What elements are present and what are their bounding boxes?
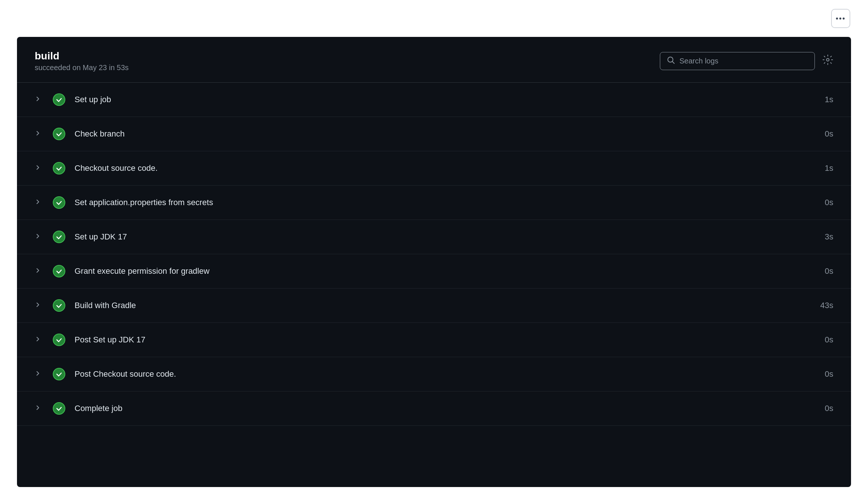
job-name: Post Set up JDK 17 xyxy=(75,335,145,345)
panel-header: build succeeded on May 23 in 53s xyxy=(17,37,851,83)
job-left: Post Set up JDK 17 xyxy=(35,333,145,346)
job-duration: 0s xyxy=(825,335,833,345)
more-button-label: ••• xyxy=(836,14,845,23)
top-bar: ••• xyxy=(0,0,868,37)
success-icon xyxy=(52,162,66,175)
job-duration: 43s xyxy=(820,301,833,310)
job-list: Set up job 1s Check branch xyxy=(17,83,851,426)
job-duration: 0s xyxy=(825,404,833,413)
success-circle xyxy=(53,265,65,277)
success-circle xyxy=(53,93,65,106)
job-row[interactable]: Post Checkout source code. 0s xyxy=(17,357,851,391)
job-row[interactable]: Complete job 0s xyxy=(17,391,851,426)
success-icon xyxy=(52,367,66,381)
build-info: build succeeded on May 23 in 53s xyxy=(35,50,129,72)
job-name: Grant execute permission for gradlew xyxy=(75,266,210,276)
chevron-icon xyxy=(35,96,44,104)
success-icon xyxy=(52,196,66,209)
chevron-icon xyxy=(35,130,44,138)
chevron-icon xyxy=(35,336,44,344)
svg-line-1 xyxy=(672,62,675,64)
header-actions xyxy=(660,52,833,70)
job-duration: 1s xyxy=(825,95,833,104)
job-duration: 0s xyxy=(825,266,833,276)
job-left: Check branch xyxy=(35,127,125,141)
job-row[interactable]: Set up job 1s xyxy=(17,83,851,117)
success-icon xyxy=(52,299,66,312)
success-circle xyxy=(53,402,65,415)
success-icon xyxy=(52,265,66,278)
job-row[interactable]: Check branch 0s xyxy=(17,117,851,151)
job-name: Build with Gradle xyxy=(75,301,136,310)
job-duration: 0s xyxy=(825,198,833,207)
job-duration: 0s xyxy=(825,369,833,379)
job-left: Set application.properties from secrets xyxy=(35,196,213,209)
job-left: Set up JDK 17 xyxy=(35,230,127,244)
chevron-icon xyxy=(35,370,44,379)
job-duration: 1s xyxy=(825,163,833,173)
search-box[interactable] xyxy=(660,52,815,70)
settings-icon[interactable] xyxy=(822,54,833,68)
job-name: Check branch xyxy=(75,129,125,139)
job-name: Set up JDK 17 xyxy=(75,232,127,242)
success-icon xyxy=(52,230,66,244)
chevron-icon xyxy=(35,301,44,310)
success-icon xyxy=(52,333,66,346)
job-row[interactable]: Post Set up JDK 17 0s xyxy=(17,323,851,357)
success-circle xyxy=(53,128,65,140)
job-name: Complete job xyxy=(75,404,123,413)
chevron-icon xyxy=(35,404,44,413)
job-row[interactable]: Build with Gradle 43s xyxy=(17,289,851,323)
job-row[interactable]: Grant execute permission for gradlew 0s xyxy=(17,254,851,289)
chevron-icon xyxy=(35,233,44,241)
job-left: Grant execute permission for gradlew xyxy=(35,265,210,278)
chevron-icon xyxy=(35,267,44,276)
job-left: Set up job xyxy=(35,93,111,106)
success-circle xyxy=(53,299,65,312)
build-title: build xyxy=(35,50,129,62)
chevron-icon xyxy=(35,164,44,173)
success-icon xyxy=(52,93,66,106)
job-name: Post Checkout source code. xyxy=(75,369,176,379)
job-name: Checkout source code. xyxy=(75,163,158,173)
chevron-icon xyxy=(35,199,44,207)
job-left: Checkout source code. xyxy=(35,162,158,175)
job-left: Complete job xyxy=(35,402,123,415)
success-icon xyxy=(52,402,66,415)
job-duration: 3s xyxy=(825,232,833,242)
success-circle xyxy=(53,196,65,209)
success-circle xyxy=(53,162,65,175)
job-duration: 0s xyxy=(825,129,833,139)
success-circle xyxy=(53,368,65,380)
search-icon xyxy=(667,56,675,66)
build-subtitle: succeeded on May 23 in 53s xyxy=(35,63,129,72)
job-row[interactable]: Checkout source code. 1s xyxy=(17,151,851,186)
success-icon xyxy=(52,127,66,141)
search-input[interactable] xyxy=(679,57,808,65)
main-panel: build succeeded on May 23 in 53s xyxy=(17,37,851,487)
job-row[interactable]: Set application.properties from secrets … xyxy=(17,186,851,220)
success-circle xyxy=(53,334,65,346)
job-name: Set up job xyxy=(75,95,111,104)
success-circle xyxy=(53,231,65,243)
job-left: Post Checkout source code. xyxy=(35,367,176,381)
more-button[interactable]: ••• xyxy=(831,9,850,28)
svg-point-2 xyxy=(827,59,829,61)
job-left: Build with Gradle xyxy=(35,299,136,312)
job-name: Set application.properties from secrets xyxy=(75,198,213,207)
job-row[interactable]: Set up JDK 17 3s xyxy=(17,220,851,254)
